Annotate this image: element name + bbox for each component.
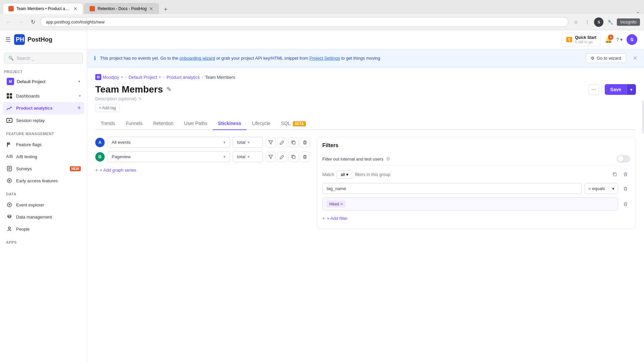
- help-button[interactable]: ? ▾: [616, 37, 623, 42]
- project-settings-link[interactable]: Project Settings: [310, 56, 340, 61]
- breadcrumb-section-link[interactable]: Product analytics: [166, 75, 200, 80]
- match-delete-button[interactable]: [621, 170, 630, 179]
- filter-value-input[interactable]: Hired ×: [322, 197, 618, 210]
- save-dropdown-button[interactable]: ▾: [627, 84, 636, 95]
- add-series-button[interactable]: + + Add graph series: [95, 166, 310, 175]
- notifications-button[interactable]: 🔔 0: [605, 36, 612, 43]
- sidebar-item-feature-flags[interactable]: Feature flags: [3, 138, 84, 150]
- series-a-edit-button[interactable]: [277, 137, 287, 147]
- reload-button[interactable]: ↻: [28, 17, 38, 27]
- filter-toggle-switch[interactable]: [617, 155, 630, 163]
- series-a-type-label: total: [237, 140, 246, 145]
- breadcrumb-project-name: Default Project: [128, 75, 157, 80]
- breadcrumb-chevron-2: ›: [163, 75, 164, 79]
- forward-button[interactable]: →: [16, 17, 25, 27]
- page-description[interactable]: Description (optional) ✎: [95, 96, 588, 101]
- breadcrumb-project-dropdown-icon[interactable]: ▾: [159, 75, 161, 79]
- filter-operator-selector[interactable]: = equals ▾: [585, 183, 618, 194]
- series-a-event-selector[interactable]: All events ▾: [107, 137, 230, 148]
- sidebar-search-input[interactable]: 🔍 Search _: [4, 53, 83, 64]
- series-b-type-selector[interactable]: total ▾: [233, 151, 263, 162]
- more-options-button[interactable]: ⋯: [588, 84, 599, 95]
- page-header-left: Team Members ✎ Description (optional) ✎: [95, 84, 588, 101]
- go-to-wizard-button[interactable]: ⚙ Go to wizard: [586, 53, 626, 63]
- series-b-duplicate-button[interactable]: [288, 152, 299, 162]
- series-b-edit-button[interactable]: [277, 152, 287, 162]
- inactive-tab[interactable]: Retention - Docs - PostHog ✕: [84, 3, 159, 14]
- sidebar-item-early-access[interactable]: Early access features: [3, 175, 84, 187]
- series-a-actions: [266, 137, 310, 147]
- extensions-icon[interactable]: 🔧: [605, 17, 615, 27]
- people-icon: [6, 226, 13, 232]
- onboarding-wizard-link[interactable]: onboarding wizard: [179, 56, 215, 61]
- user-avatar[interactable]: S: [627, 34, 637, 45]
- chrome-menu-icon[interactable]: ⋮: [583, 17, 592, 27]
- session-replay-icon: [6, 117, 13, 124]
- tab-sql[interactable]: SQL BETA: [276, 117, 311, 130]
- banner-close-button[interactable]: ✕: [633, 55, 637, 61]
- new-tab-button[interactable]: +: [161, 5, 170, 14]
- analytics-icon: [6, 105, 13, 112]
- add-tag-button[interactable]: + Add tag: [95, 104, 120, 112]
- address-bar[interactable]: app.posthog.com/insights/new: [40, 17, 569, 27]
- filter-settings-icon[interactable]: ⚙: [386, 156, 390, 162]
- filter-row-delete-button[interactable]: [621, 184, 630, 193]
- app-logo: PH PostHog: [14, 34, 52, 45]
- save-button[interactable]: Save: [605, 84, 627, 95]
- sidebar-item-session-replay[interactable]: Session replay: [3, 114, 84, 126]
- quick-start-button[interactable]: 5 Quick Start 5 still to go: [562, 33, 601, 46]
- series-b-event-selector[interactable]: Pageview ▾: [107, 151, 230, 162]
- series-a-delete-button[interactable]: [300, 137, 310, 147]
- breadcrumb-project-link[interactable]: Default Project: [128, 75, 157, 80]
- title-edit-icon[interactable]: ✎: [166, 86, 171, 93]
- sidebar-item-product-analytics[interactable]: Product analytics +: [3, 102, 84, 114]
- series-a-filter-button[interactable]: [266, 137, 276, 147]
- sidebar-item-people[interactable]: People: [3, 223, 84, 235]
- sidebar-item-dashboards[interactable]: Dashboards ▾: [3, 90, 84, 102]
- tab-close-button[interactable]: ✕: [73, 6, 77, 11]
- tab-trends[interactable]: Trends: [95, 117, 120, 130]
- series-a-type-selector[interactable]: total ▾: [233, 137, 263, 148]
- tab-stickiness[interactable]: Stickiness: [213, 117, 247, 130]
- page-header: Team Members ✎ Description (optional) ✎ …: [95, 84, 636, 101]
- match-value-selector[interactable]: all ▾: [337, 170, 352, 179]
- add-filter-button[interactable]: + + Add filter: [322, 214, 630, 223]
- back-button[interactable]: ←: [4, 17, 13, 27]
- series-b-delete-button[interactable]: [300, 152, 310, 162]
- breadcrumb-user-dropdown-icon[interactable]: ▾: [121, 75, 123, 79]
- analysis-tabs: Trends Funnels Retention User Paths Stic…: [95, 117, 636, 130]
- breadcrumb-user-link[interactable]: M Moodjoy: [95, 74, 119, 80]
- series-a-duplicate-button[interactable]: [288, 137, 299, 147]
- series-b-event-label: Pageview: [112, 154, 130, 159]
- add-analytics-button[interactable]: +: [77, 105, 81, 112]
- svg-rect-3: [10, 93, 12, 96]
- filters-panel: Filters Filter out internal and test use…: [317, 137, 636, 229]
- sidebar-item-event-explorer[interactable]: Event explorer: [3, 199, 84, 211]
- page-header-actions: ⋯ Save ▾: [588, 84, 636, 95]
- browser-chrome: Team Members • Product analy... ✕ Retent…: [0, 0, 644, 30]
- tab-menu-button[interactable]: ⌄: [636, 9, 640, 14]
- tab-trends-label: Trends: [101, 121, 115, 126]
- profile-icon[interactable]: S: [594, 17, 603, 27]
- project-selector[interactable]: M Default Project ▾: [4, 76, 83, 87]
- filter-toggle-label-text: Filter out internal and test users: [322, 157, 383, 162]
- tab-user-paths[interactable]: User Paths: [179, 117, 213, 130]
- svg-point-17: [8, 215, 11, 217]
- tab-funnels[interactable]: Funnels: [120, 117, 148, 130]
- tab-retention[interactable]: Retention: [148, 117, 179, 130]
- filter-value-delete-button[interactable]: [621, 199, 630, 209]
- series-b-filter-button[interactable]: [266, 152, 276, 162]
- sidebar-item-surveys[interactable]: Surveys NEW: [3, 163, 84, 175]
- active-tab[interactable]: Team Members • Product analy... ✕: [3, 3, 83, 14]
- filter-key-input[interactable]: tag_name: [322, 183, 582, 194]
- tab-close-button-2[interactable]: ✕: [149, 6, 153, 11]
- svg-marker-7: [9, 120, 11, 121]
- filter-value-tag-remove-button[interactable]: ×: [340, 201, 343, 206]
- sidebar-item-data-management[interactable]: Data management: [3, 211, 84, 223]
- description-text: Description (optional): [95, 96, 137, 101]
- tab-lifecycle[interactable]: Lifecycle: [247, 117, 275, 130]
- match-copy-button[interactable]: [610, 170, 620, 179]
- bookmark-icon[interactable]: ☆: [571, 17, 581, 27]
- sidebar-item-ab-testing[interactable]: A/B A/B testing: [3, 150, 84, 163]
- sidebar-hamburger-button[interactable]: ☰: [5, 36, 11, 43]
